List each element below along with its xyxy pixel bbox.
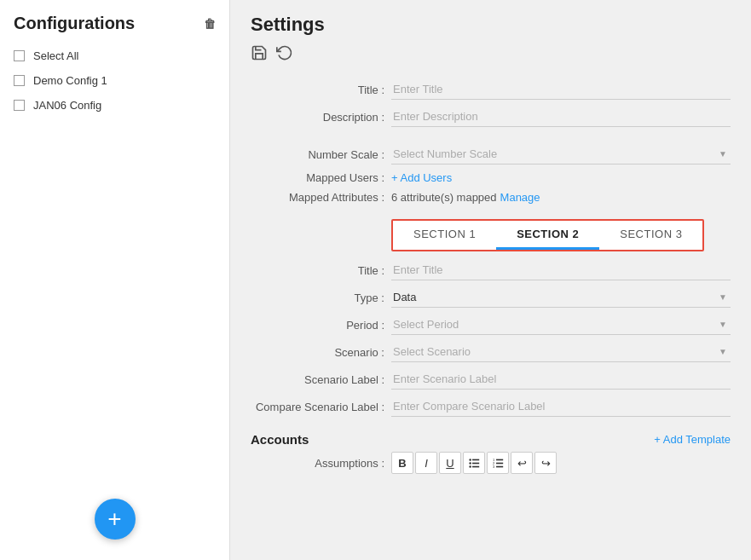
unordered-list-button[interactable] — [463, 452, 485, 474]
sidebar-item-jan06-config[interactable]: JAN06 Config — [0, 93, 229, 118]
undo-button[interactable]: ↩ — [511, 452, 533, 474]
tab-section-3[interactable]: SECTION 3 — [599, 221, 702, 250]
number-scale-label: Number Scale : — [251, 148, 391, 161]
add-template-button[interactable]: + Add Template — [654, 433, 731, 446]
number-scale-select[interactable]: Select Number Scale — [391, 144, 731, 164]
compare-scenario-row: Compare Scenario Label : — [251, 396, 731, 417]
mapped-users-label: Mapped Users : — [251, 171, 391, 184]
manage-link[interactable]: Manage — [500, 191, 540, 204]
toolbar — [251, 44, 731, 66]
assumptions-label: Assumptions : — [251, 457, 391, 470]
number-scale-select-wrapper: Select Number Scale ▼ — [391, 144, 731, 165]
svg-rect-1 — [472, 462, 479, 464]
scenario-label: Scenario : — [251, 346, 391, 359]
add-config-fab[interactable]: + — [95, 499, 136, 540]
sidebar-item-label-select-all: Select All — [33, 49, 78, 62]
svg-rect-0 — [472, 459, 479, 460]
number-scale-row: Number Scale : Select Number Scale ▼ — [251, 144, 731, 165]
period-select-wrapper: Select Period ▼ — [391, 315, 731, 335]
period-label: Period : — [251, 319, 391, 332]
sidebar-item-demo-config[interactable]: Demo Config 1 — [0, 68, 229, 93]
svg-point-3 — [469, 459, 471, 460]
accounts-title: Accounts — [251, 432, 309, 447]
svg-rect-6 — [496, 459, 503, 460]
reset-icon[interactable] — [276, 44, 293, 66]
plus-icon: + — [107, 505, 121, 533]
description-row: Description : — [251, 107, 731, 127]
svg-rect-7 — [496, 462, 503, 464]
compare-scenario-label: Compare Scenario Label : — [251, 401, 391, 413]
svg-rect-8 — [496, 465, 503, 467]
bold-button[interactable]: B — [391, 452, 413, 474]
checkbox-select-all[interactable] — [14, 50, 25, 61]
title-input[interactable] — [391, 79, 731, 100]
sidebar-item-select-all[interactable]: Select All — [0, 43, 229, 68]
section-title-label: Title : — [251, 264, 391, 277]
sidebar-item-label-demo-config: Demo Config 1 — [33, 74, 107, 87]
checkbox-jan06-config[interactable] — [14, 100, 25, 111]
accounts-header: Accounts + Add Template — [251, 424, 731, 452]
svg-point-5 — [469, 465, 471, 467]
type-label: Type : — [251, 292, 391, 304]
assumptions-editor-toolbar: B I U 123 ↩ ↪ — [391, 452, 557, 474]
title-row: Title : — [251, 79, 731, 100]
svg-point-4 — [469, 462, 471, 464]
section-title-row: Title : — [251, 260, 731, 280]
italic-button[interactable]: I — [415, 452, 437, 474]
section-title-input[interactable] — [391, 260, 731, 280]
save-icon[interactable] — [251, 44, 268, 66]
scenario-label-input[interactable] — [391, 369, 731, 390]
trash-icon[interactable]: 🗑 — [204, 17, 216, 31]
type-select[interactable]: Data — [391, 287, 731, 307]
type-select-wrapper: Data ▼ — [391, 287, 731, 308]
svg-text:3: 3 — [493, 465, 495, 469]
tab-section-2[interactable]: SECTION 2 — [496, 221, 599, 250]
scenario-select-wrapper: Select Scenario ▼ — [391, 342, 731, 362]
mapped-attributes-label: Mapped Attributes : — [251, 191, 391, 204]
redo-button[interactable]: ↪ — [534, 452, 557, 474]
type-row: Type : Data ▼ — [251, 287, 731, 308]
svg-rect-2 — [472, 465, 479, 467]
checkbox-demo-config[interactable] — [14, 75, 25, 86]
sidebar-item-label-jan06-config: JAN06 Config — [33, 99, 101, 112]
sidebar-title: Configurations — [14, 14, 135, 33]
scenario-select[interactable]: Select Scenario — [391, 342, 731, 361]
tab-section-1[interactable]: SECTION 1 — [393, 221, 496, 250]
main-content: Settings Title : Description : Number Sc — [230, 0, 751, 560]
scenario-label-label: Scenario Label : — [251, 373, 391, 386]
underline-button[interactable]: U — [439, 452, 461, 474]
sidebar: Configurations 🗑 Select All Demo Config … — [0, 0, 230, 560]
title-label: Title : — [251, 84, 391, 96]
scenario-row: Scenario : Select Scenario ▼ — [251, 342, 731, 362]
compare-scenario-input[interactable] — [391, 396, 731, 417]
period-select[interactable]: Select Period — [391, 315, 731, 334]
mapped-attributes-value: 6 attribute(s) mapped — [391, 191, 497, 204]
description-label: Description : — [251, 111, 391, 124]
ordered-list-button[interactable]: 123 — [487, 452, 509, 474]
scenario-label-row: Scenario Label : — [251, 369, 731, 390]
description-input[interactable] — [391, 107, 731, 127]
page-title: Settings — [251, 14, 731, 36]
sidebar-header: Configurations 🗑 — [0, 14, 229, 43]
assumptions-row: Assumptions : B I U 123 ↩ ↪ — [251, 452, 731, 474]
mapped-users-row: Mapped Users : + Add Users — [251, 171, 731, 184]
period-row: Period : Select Period ▼ — [251, 315, 731, 335]
add-users-button[interactable]: + Add Users — [391, 171, 452, 184]
section-tabs: SECTION 1 SECTION 2 SECTION 3 — [391, 219, 704, 251]
mapped-attributes-row: Mapped Attributes : 6 attribute(s) mappe… — [251, 191, 731, 204]
